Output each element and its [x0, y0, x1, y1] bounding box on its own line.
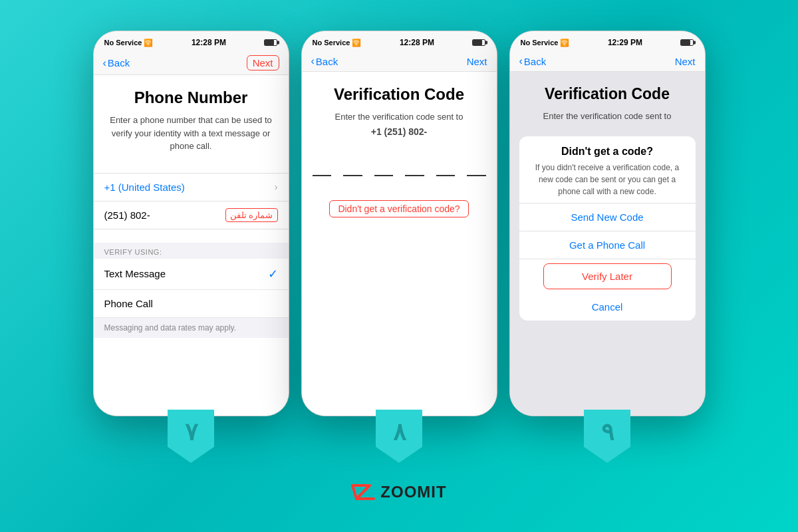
status-right-1	[264, 39, 277, 46]
dialog-title: Didn't get a code?	[530, 146, 685, 158]
screen2-subtitle: Enter the verification code sent to	[315, 110, 483, 124]
messaging-note: Messaging and data rates may apply.	[94, 318, 289, 338]
phone-input-row[interactable]: (251) 802- شماره تلفن	[94, 201, 289, 229]
zoomit-name: ZOOMIT	[380, 483, 446, 501]
no-code-button[interactable]: Didn't get a verification code?	[329, 200, 468, 217]
code-dash-2	[343, 175, 362, 176]
status-bar-3: No Service 🛜 12:29 PM	[510, 31, 705, 51]
screen1-subtitle: Enter a phone number that can be used to…	[107, 114, 275, 153]
title-section-2: Verification Code Enter the verification…	[302, 72, 497, 148]
back-label-3: Back	[524, 56, 546, 67]
cancel-option[interactable]: Cancel	[519, 293, 696, 321]
country-label: +1 (United States)	[104, 182, 185, 193]
step-badge-3: ۹	[584, 410, 630, 463]
zoomit-z-icon	[351, 483, 375, 501]
screen3-content: Verification Code Enter the verification…	[510, 72, 705, 416]
status-center-2: 12:28 PM	[400, 38, 434, 47]
status-center-1: 12:28 PM	[192, 38, 226, 47]
back-chevron-1: ‹	[103, 57, 106, 69]
get-phone-call-option[interactable]: Get a Phone Call	[519, 231, 696, 259]
phone-call-option[interactable]: Phone Call	[94, 290, 289, 318]
checkmark-icon: ✓	[268, 267, 278, 281]
back-label-2: Back	[316, 56, 338, 67]
back-label-1: Back	[108, 57, 130, 68]
verify-later-option[interactable]: Verify Later	[543, 263, 672, 289]
step-badge-2: ۸	[376, 410, 422, 463]
next-button-3[interactable]: Next	[675, 56, 696, 67]
phone1: No Service 🛜 12:28 PM ‹ Back Next Phone …	[93, 31, 289, 416]
status-right-3	[680, 39, 694, 46]
screen3-title: Verification Code	[523, 85, 692, 103]
screen3-subtitle: Enter the verification code sent to	[523, 110, 692, 123]
verify-section: VERIFY USING:	[94, 243, 289, 259]
phone-call-label: Phone Call	[104, 298, 153, 309]
next-button-1[interactable]: Next	[247, 55, 279, 70]
step-badge-1: ۷	[168, 410, 214, 463]
status-left-3: No Service 🛜	[521, 39, 570, 47]
battery-icon-2	[472, 39, 485, 46]
phone-label-fa: شماره تلفن	[225, 208, 278, 222]
code-dash-6	[467, 175, 486, 176]
phone2-wrapper: No Service 🛜 12:28 PM ‹ Back Next Verifi…	[301, 31, 497, 463]
phone1-wrapper: No Service 🛜 12:28 PM ‹ Back Next Phone …	[93, 31, 289, 463]
screen2-content: Verification Code Enter the verification…	[302, 72, 497, 416]
code-input-row	[302, 148, 497, 190]
phone3: No Service 🛜 12:29 PM ‹ Back Next Verifi…	[509, 31, 706, 416]
back-chevron-2: ‹	[311, 55, 315, 67]
next-button-2[interactable]: Next	[467, 56, 487, 67]
nav-bar-1: ‹ Back Next	[94, 51, 289, 75]
country-selector[interactable]: +1 (United States) ›	[94, 173, 289, 201]
code-dash-3	[374, 175, 394, 176]
back-chevron-3: ‹	[519, 55, 523, 67]
back-button-3[interactable]: ‹ Back	[519, 55, 547, 67]
nav-bar-3: ‹ Back Next	[510, 51, 705, 72]
back-button-2[interactable]: ‹ Back	[311, 55, 338, 67]
send-new-code-option[interactable]: Send New Code	[519, 203, 696, 231]
dialog-card: Didn't get a code? If you didn't receive…	[519, 136, 696, 321]
phone3-wrapper: No Service 🛜 12:29 PM ‹ Back Next Verifi…	[509, 31, 706, 463]
code-dash-5	[436, 175, 456, 176]
code-dash-4	[405, 175, 424, 176]
title-section-3: Verification Code Enter the verification…	[510, 72, 705, 130]
phone-highlight-2: +1 (251) 802-	[315, 125, 483, 139]
dialog-header: Didn't get a code? If you didn't receive…	[519, 136, 696, 203]
text-message-option[interactable]: Text Message ✓	[94, 259, 289, 290]
verify-later-wrap: Verify Later	[519, 259, 696, 293]
no-code-container: Didn't get a verification code?	[302, 190, 497, 228]
status-left-2: No Service 🛜	[313, 39, 362, 47]
screen1-content: Phone Number Enter a phone number that c…	[94, 75, 289, 416]
battery-icon-1	[264, 39, 277, 46]
phone2: No Service 🛜 12:28 PM ‹ Back Next Verifi…	[301, 31, 497, 416]
dialog-body: If you didn't receive a verification cod…	[530, 162, 685, 198]
status-left-1: No Service 🛜	[104, 39, 154, 47]
nav-bar-2: ‹ Back Next	[302, 51, 497, 72]
status-bar-2: No Service 🛜 12:28 PM	[302, 31, 497, 51]
phone-number-display: (251) 802-	[104, 209, 150, 221]
status-bar-1: No Service 🛜 12:28 PM	[94, 31, 289, 51]
screen2-title: Verification Code	[315, 85, 483, 104]
chevron-right-icon: ›	[275, 182, 278, 192]
zoomit-logo: ZOOMIT	[351, 483, 446, 501]
status-center-3: 12:29 PM	[608, 38, 642, 47]
verify-label: VERIFY USING:	[104, 248, 278, 256]
screen1-title: Phone Number	[107, 88, 275, 107]
title-section-1: Phone Number Enter a phone number that c…	[94, 75, 289, 162]
status-right-2	[472, 39, 485, 46]
text-message-label: Text Message	[104, 268, 166, 279]
phones-container: No Service 🛜 12:28 PM ‹ Back Next Phone …	[93, 31, 706, 463]
code-dash-1	[313, 175, 332, 176]
battery-icon-3	[680, 39, 694, 46]
back-button-1[interactable]: ‹ Back	[103, 57, 130, 69]
